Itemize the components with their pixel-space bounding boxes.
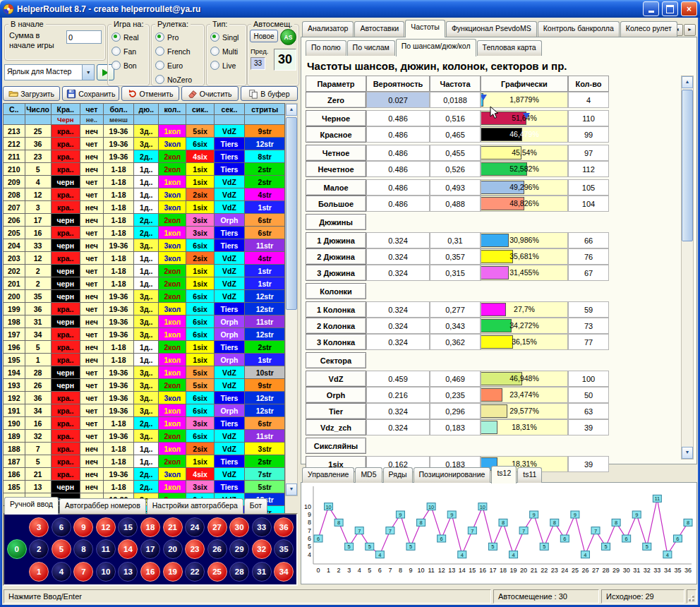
history-row[interactable]: 19428чернчет19-363д..1кол5sixVdZ10str: [4, 366, 285, 379]
history-col-header[interactable]: сек..: [214, 104, 245, 115]
bl-tab-2[interactable]: Автограббер номеров: [59, 498, 146, 514]
history-scroll-track[interactable]: [286, 116, 297, 483]
pad-number-36[interactable]: 36: [274, 517, 294, 537]
history-row[interactable]: 20433черннеч19-363д..3кол6sixTiers11str: [4, 239, 285, 252]
history-col-header[interactable]: кол..: [159, 104, 186, 115]
master-shortcut-combo[interactable]: Ярлык для Мастер ▼: [4, 64, 95, 80]
history-row[interactable]: 1965кра..неч1-181д..2кол1sixTiers2str: [4, 341, 285, 354]
freq-row[interactable]: Vdz_zch0.3240,18318,31%39: [306, 419, 609, 435]
pad-number-4[interactable]: 4: [52, 562, 71, 582]
toolbar-button-save[interactable]: Сохранить: [62, 86, 119, 101]
history-row[interactable]: 1951кра..неч1-181д..1кол1sixOrph1str: [4, 354, 285, 366]
history-col-filter[interactable]: не..: [80, 115, 104, 125]
radio-real[interactable]: Real: [108, 31, 149, 43]
history-row[interactable]: 1887кра..неч1-181д..1кол2sixVdZ3str: [4, 443, 285, 455]
history-col-filter[interactable]: [214, 115, 245, 125]
pad-number-23[interactable]: 23: [185, 539, 205, 559]
pad-number-22[interactable]: 22: [185, 562, 205, 582]
freq-row[interactable]: 3 Колонка0.3240,36236,15%77: [306, 334, 609, 350]
as-badge[interactable]: AS: [280, 29, 296, 45]
main-tab-5[interactable]: Контроль банкролла: [538, 21, 620, 37]
freq-row[interactable]: Tier0.3240,29629,577%63: [306, 403, 609, 419]
scroll-down-icon[interactable]: ▼: [682, 447, 693, 459]
freq-row[interactable]: Orph0.2160,23523,474%50: [306, 387, 609, 403]
freq-row[interactable]: Zero0.0270,01881,8779%4: [306, 92, 609, 108]
radio-nozero[interactable]: NoZero: [152, 73, 204, 85]
history-col-filter[interactable]: [134, 115, 159, 125]
history-row[interactable]: 21325кра..неч19-363д..1кол5sixVdZ9str: [4, 125, 285, 138]
history-row[interactable]: 2012чернчет1-181д..2кол1sixVdZ1str: [4, 277, 285, 290]
close-button[interactable]: ×: [681, 1, 697, 16]
history-scrollbar[interactable]: ▲ ▼: [285, 103, 298, 496]
history-col-filter[interactable]: Черн: [51, 115, 80, 125]
br-tab-1[interactable]: Управление: [302, 467, 354, 483]
radio-bon[interactable]: Bon: [108, 59, 149, 71]
new-button[interactable]: Новое: [250, 30, 278, 42]
pad-number-24[interactable]: 24: [185, 517, 205, 537]
history-col-header[interactable]: дю..: [134, 104, 159, 115]
br-tab-4[interactable]: Позиционирование: [414, 467, 491, 483]
history-col-filter[interactable]: [159, 115, 186, 125]
scroll-up-icon[interactable]: ▲: [286, 104, 297, 116]
radio-french[interactable]: French: [152, 45, 204, 57]
main-tab-6[interactable]: Колесо рулет: [620, 21, 677, 37]
freq-row[interactable]: Малое0.4860,49349,296%105: [306, 179, 609, 196]
radio-multi[interactable]: Multi: [207, 45, 246, 57]
freq-row[interactable]: Красное0.4860,46546,479%99: [306, 126, 609, 143]
history-row[interactable]: 2105кра..неч1-181д..2кол1sixTiers2str: [4, 163, 285, 176]
pad-number-10[interactable]: 10: [96, 562, 116, 582]
pad-number-6[interactable]: 6: [52, 517, 71, 537]
pad-number-18[interactable]: 18: [140, 517, 160, 537]
freq-row[interactable]: VdZ0.4590,46946,948%100: [306, 371, 609, 387]
history-row[interactable]: 19016кра..чет1-182д..1кол3sixTiers6str: [4, 417, 285, 430]
pad-number-2[interactable]: 2: [29, 539, 49, 559]
freq-subtab-4[interactable]: Тепловая карта: [477, 40, 542, 56]
scroll-up-icon[interactable]: ▲: [682, 76, 693, 88]
toolbar-button-clear[interactable]: Очистить: [181, 86, 239, 101]
history-row[interactable]: 19734кра..чет19-363д..1кол6sixOrph12str: [4, 328, 285, 341]
pad-number-11[interactable]: 11: [96, 539, 116, 559]
history-col-header[interactable]: С..: [4, 104, 25, 115]
history-row[interactable]: 18932кра..чет19-363д..2кол6sixVdZ11str: [4, 430, 285, 443]
history-col-header[interactable]: стриты: [245, 104, 285, 115]
pad-number-34[interactable]: 34: [274, 562, 294, 582]
freq-row[interactable]: 2 Дюжина0.3240,35735,681%76: [306, 248, 609, 265]
freq-subtab-3[interactable]: По шансам/дюж/кол: [396, 39, 476, 56]
pad-number-3[interactable]: 3: [29, 517, 49, 537]
freq-scroll-thumb[interactable]: [682, 90, 693, 241]
freq-scrollbar[interactable]: ▲ ▼: [681, 76, 694, 459]
chevron-down-icon[interactable]: ▼: [82, 65, 94, 80]
freq-row[interactable]: 1 Колонка0.3240,27727,7%59: [306, 301, 609, 318]
main-tab-3[interactable]: Частоты: [405, 20, 445, 37]
history-row[interactable]: 21123кра..неч19-362д..2кол4sixTiers8str: [4, 150, 285, 163]
start-sum-input[interactable]: [66, 30, 102, 44]
radio-pro[interactable]: Pro: [152, 31, 204, 43]
pad-number-8[interactable]: 8: [73, 539, 93, 559]
pad-number-21[interactable]: 21: [163, 517, 183, 537]
freq-subtab-1[interactable]: По полю: [306, 40, 346, 56]
history-row[interactable]: 19326чернчет19-363д..2кол5sixVdZ9str: [4, 379, 285, 392]
br-tab-6[interactable]: ts11: [517, 467, 542, 483]
resize-grip[interactable]: [687, 589, 696, 603]
pad-number-32[interactable]: 32: [252, 539, 272, 559]
maximize-button[interactable]: [662, 1, 678, 16]
history-col-header[interactable]: сик..: [186, 104, 214, 115]
freq-row[interactable]: 2 Колонка0.3240,34334,272%73: [306, 318, 609, 334]
pad-number-16[interactable]: 16: [140, 562, 160, 582]
history-col-header[interactable]: Число: [25, 104, 51, 115]
freq-row[interactable]: Четное0.4860,45545,54%97: [306, 145, 609, 161]
freq-row[interactable]: Большое0.4860,48848,826%104: [306, 196, 609, 212]
history-col-filter[interactable]: [25, 115, 51, 125]
pad-number-26[interactable]: 26: [207, 539, 227, 559]
pad-number-15[interactable]: 15: [118, 517, 138, 537]
pad-number-5[interactable]: 5: [52, 539, 71, 559]
br-tab-5[interactable]: ts12: [491, 466, 517, 483]
freq-scroll-track[interactable]: [682, 88, 693, 447]
pad-number-13[interactable]: 13: [118, 562, 138, 582]
history-col-filter[interactable]: [4, 115, 25, 125]
pad-number-14[interactable]: 14: [118, 539, 138, 559]
radio-fan[interactable]: Fan: [108, 45, 149, 57]
history-col-header[interactable]: бол..: [103, 104, 134, 115]
history-row[interactable]: 20035черннеч19-363д..2кол6sixVdZ12str: [4, 290, 285, 303]
pad-number-19[interactable]: 19: [163, 562, 183, 582]
